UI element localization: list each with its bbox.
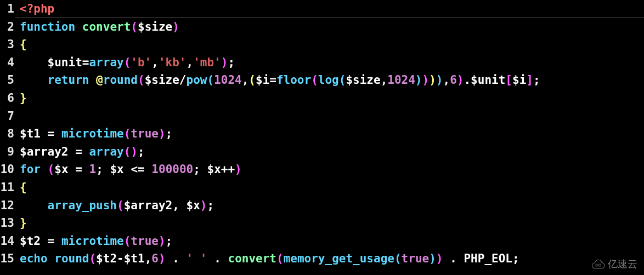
- line-number: 2: [0, 18, 15, 36]
- line-content[interactable]: {: [15, 36, 27, 54]
- code-line[interactable]: 2function convert($size): [0, 18, 644, 36]
- token: true: [402, 252, 430, 265]
- token: convert: [228, 252, 276, 265]
- code-line[interactable]: 9$array2 = array();: [0, 143, 644, 161]
- code-line[interactable]: 3{: [0, 36, 644, 54]
- token: (: [276, 252, 284, 265]
- token: .: [214, 252, 221, 265]
- line-number: 6: [0, 89, 15, 107]
- code-line[interactable]: 1<?php: [0, 0, 644, 18]
- token: ;: [193, 163, 200, 176]
- token: $array2: [20, 145, 75, 158]
- token: round: [54, 252, 89, 265]
- token: ;: [512, 252, 519, 265]
- code-line[interactable]: 14$t2 = microtime(true);: [0, 232, 644, 250]
- token: ): [235, 163, 242, 176]
- code-line[interactable]: 12 array_push($array2, $x);: [0, 197, 644, 215]
- token: ): [436, 252, 443, 265]
- token: [443, 252, 450, 265]
- token: 'kb': [159, 56, 187, 69]
- token: ): [200, 199, 207, 212]
- token: true: [131, 127, 159, 140]
- token: 6: [450, 73, 457, 87]
- token: for: [20, 163, 41, 176]
- token: =: [48, 234, 55, 248]
- token: convert: [82, 20, 131, 33]
- line-content[interactable]: $array2 = array();: [15, 143, 145, 161]
- token: ,: [172, 199, 186, 212]
- svg-point-1: [598, 264, 601, 266]
- line-content[interactable]: $t2 = microtime(true);: [15, 232, 172, 250]
- token: [207, 252, 214, 265]
- line-content[interactable]: function convert($size): [15, 18, 179, 36]
- line-number: 10: [0, 161, 15, 179]
- token: [20, 199, 48, 212]
- token: =: [82, 56, 89, 69]
- line-content[interactable]: {: [15, 179, 27, 197]
- line-number: 15: [0, 250, 15, 268]
- token: [145, 163, 152, 176]
- line-content[interactable]: return @round($size/pow(1024,($i=floor(l…: [15, 71, 540, 89]
- line-number: 9: [0, 143, 15, 161]
- code-line[interactable]: 4 $unit=array('b','kb','mb');: [0, 54, 644, 72]
- line-content[interactable]: <?php: [15, 0, 644, 18]
- token: 1024: [214, 73, 242, 87]
- line-number: 1: [0, 0, 15, 18]
- line-content[interactable]: array_push($array2, $x);: [15, 197, 214, 215]
- token: [166, 252, 173, 265]
- token: ;: [228, 56, 235, 69]
- line-number: 13: [0, 214, 15, 232]
- token: $size: [145, 73, 179, 87]
- watermark: 亿速云: [590, 256, 637, 272]
- token: $x: [200, 163, 221, 176]
- line-content[interactable]: [15, 107, 20, 125]
- line-content[interactable]: }: [15, 89, 27, 107]
- token: ,: [443, 73, 450, 87]
- token: (: [124, 234, 131, 248]
- token: -: [117, 252, 124, 265]
- code-line[interactable]: 6}: [0, 89, 644, 107]
- token: (: [394, 252, 402, 265]
- code-line[interactable]: 7: [0, 107, 644, 125]
- code-line[interactable]: 8$t1 = microtime(true);: [0, 125, 644, 143]
- token: ): [172, 20, 179, 33]
- token: =: [75, 163, 82, 176]
- token: ]: [526, 73, 533, 87]
- token: ,: [151, 56, 159, 69]
- line-number: 7: [0, 107, 15, 125]
- token: (: [207, 73, 214, 87]
- token: ;: [96, 163, 103, 176]
- code-line[interactable]: 15echo round($t2-$t1,6) . ' ' . convert(…: [0, 250, 644, 268]
- token: ): [415, 73, 422, 87]
- token: (: [124, 145, 131, 158]
- line-content[interactable]: $t1 = microtime(true);: [15, 125, 172, 143]
- token: (: [124, 56, 131, 69]
- line-content[interactable]: $unit=array('b','kb','mb');: [15, 54, 235, 72]
- token: $x: [54, 163, 75, 176]
- token: $t1: [124, 252, 145, 265]
- line-number: 5: [0, 71, 15, 89]
- code-line[interactable]: 11{: [0, 179, 644, 197]
- line-content[interactable]: }: [15, 214, 27, 232]
- code-line[interactable]: 13}: [0, 214, 644, 232]
- token: ): [429, 252, 436, 265]
- code-line[interactable]: 10for ($x = 1; $x <= 100000; $x++): [0, 161, 644, 179]
- token: [89, 73, 96, 87]
- token: ;: [533, 73, 540, 87]
- line-content[interactable]: for ($x = 1; $x <= 100000; $x++): [15, 161, 242, 179]
- token: @: [96, 73, 103, 87]
- line-number: 3: [0, 36, 15, 54]
- token: (: [138, 73, 145, 87]
- token: {: [20, 181, 27, 194]
- token: =: [48, 127, 55, 140]
- token: array: [89, 145, 123, 158]
- token: $array2: [124, 199, 173, 212]
- token: 1024: [387, 73, 415, 87]
- token: $t2: [96, 252, 117, 265]
- line-content[interactable]: echo round($t2-$t1,6) . ' ' . convert(me…: [15, 250, 519, 268]
- code-line[interactable]: 5 return @round($size/pow(1024,($i=floor…: [0, 71, 644, 89]
- token: (: [339, 73, 346, 87]
- code-editor[interactable]: 1<?php2function convert($size)3{4 $unit=…: [0, 0, 644, 275]
- token: }: [20, 216, 27, 230]
- line-number: 14: [0, 232, 15, 250]
